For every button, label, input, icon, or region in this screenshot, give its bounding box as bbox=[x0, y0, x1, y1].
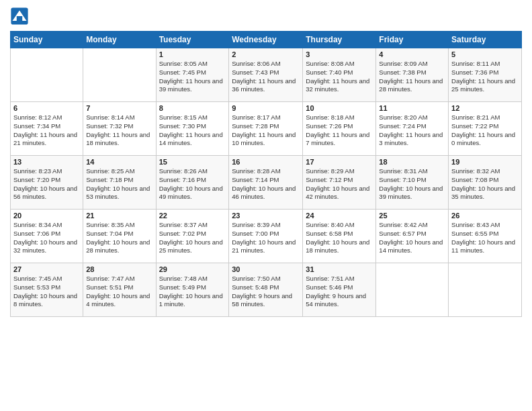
day-header-sunday: Sunday bbox=[11, 32, 83, 48]
day-info: Sunrise: 8:05 AM Sunset: 7:45 PM Dayligh… bbox=[159, 60, 226, 94]
day-cell: 4Sunrise: 8:09 AM Sunset: 7:38 PM Daylig… bbox=[376, 48, 449, 102]
calendar-table: SundayMondayTuesdayWednesdayThursdayFrid… bbox=[10, 31, 522, 317]
day-cell: 10Sunrise: 8:18 AM Sunset: 7:26 PM Dayli… bbox=[303, 102, 376, 156]
day-cell: 25Sunrise: 8:42 AM Sunset: 6:57 PM Dayli… bbox=[376, 210, 449, 263]
day-info: Sunrise: 7:50 AM Sunset: 5:48 PM Dayligh… bbox=[232, 275, 300, 309]
day-info: Sunrise: 8:39 AM Sunset: 7:00 PM Dayligh… bbox=[232, 221, 300, 255]
day-cell bbox=[376, 263, 449, 317]
day-cell: 1Sunrise: 8:05 AM Sunset: 7:45 PM Daylig… bbox=[156, 48, 229, 102]
day-number: 12 bbox=[451, 104, 519, 112]
day-header-thursday: Thursday bbox=[303, 32, 376, 48]
day-info: Sunrise: 8:23 AM Sunset: 7:20 PM Dayligh… bbox=[13, 167, 80, 201]
day-cell: 15Sunrise: 8:26 AM Sunset: 7:16 PM Dayli… bbox=[156, 156, 229, 210]
day-number: 3 bbox=[306, 50, 373, 58]
week-row-1: 1Sunrise: 8:05 AM Sunset: 7:45 PM Daylig… bbox=[11, 48, 522, 102]
day-info: Sunrise: 8:40 AM Sunset: 6:58 PM Dayligh… bbox=[306, 221, 373, 255]
day-info: Sunrise: 8:18 AM Sunset: 7:26 PM Dayligh… bbox=[306, 113, 373, 148]
day-info: Sunrise: 8:11 AM Sunset: 7:36 PM Dayligh… bbox=[451, 60, 519, 94]
calendar-header: SundayMondayTuesdayWednesdayThursdayFrid… bbox=[11, 32, 522, 48]
day-number: 28 bbox=[86, 265, 152, 273]
logo-icon bbox=[10, 7, 29, 26]
svg-rect-2 bbox=[17, 16, 22, 21]
week-row-5: 27Sunrise: 7:45 AM Sunset: 5:53 PM Dayli… bbox=[11, 263, 522, 317]
day-info: Sunrise: 8:29 AM Sunset: 7:12 PM Dayligh… bbox=[306, 167, 373, 201]
day-info: Sunrise: 8:31 AM Sunset: 7:10 PM Dayligh… bbox=[379, 167, 445, 201]
day-number: 13 bbox=[13, 158, 80, 166]
day-number: 23 bbox=[232, 212, 300, 220]
day-cell bbox=[83, 48, 156, 102]
header-row: SundayMondayTuesdayWednesdayThursdayFrid… bbox=[11, 32, 522, 48]
day-number: 16 bbox=[232, 158, 300, 166]
day-number: 25 bbox=[379, 212, 445, 220]
calendar-body: 1Sunrise: 8:05 AM Sunset: 7:45 PM Daylig… bbox=[11, 48, 522, 317]
day-cell: 9Sunrise: 8:17 AM Sunset: 7:28 PM Daylig… bbox=[229, 102, 303, 156]
day-number: 1 bbox=[159, 50, 226, 58]
day-number: 14 bbox=[86, 158, 152, 166]
day-number: 19 bbox=[451, 158, 519, 166]
day-cell: 19Sunrise: 8:32 AM Sunset: 7:08 PM Dayli… bbox=[449, 156, 522, 210]
day-info: Sunrise: 7:45 AM Sunset: 5:53 PM Dayligh… bbox=[13, 275, 80, 309]
day-header-wednesday: Wednesday bbox=[229, 32, 303, 48]
day-number: 31 bbox=[306, 265, 373, 273]
day-cell: 3Sunrise: 8:08 AM Sunset: 7:40 PM Daylig… bbox=[303, 48, 376, 102]
day-info: Sunrise: 8:43 AM Sunset: 6:55 PM Dayligh… bbox=[451, 221, 519, 255]
day-info: Sunrise: 8:06 AM Sunset: 7:43 PM Dayligh… bbox=[232, 60, 300, 94]
day-number: 6 bbox=[13, 104, 80, 112]
day-cell: 13Sunrise: 8:23 AM Sunset: 7:20 PM Dayli… bbox=[11, 156, 83, 210]
day-number: 30 bbox=[232, 265, 300, 273]
day-header-monday: Monday bbox=[83, 32, 156, 48]
day-info: Sunrise: 8:28 AM Sunset: 7:14 PM Dayligh… bbox=[232, 167, 300, 201]
day-info: Sunrise: 7:48 AM Sunset: 5:49 PM Dayligh… bbox=[159, 275, 226, 309]
day-number: 29 bbox=[159, 265, 226, 273]
day-info: Sunrise: 7:47 AM Sunset: 5:51 PM Dayligh… bbox=[86, 275, 152, 309]
day-info: Sunrise: 8:37 AM Sunset: 7:02 PM Dayligh… bbox=[159, 221, 226, 255]
day-cell: 29Sunrise: 7:48 AM Sunset: 5:49 PM Dayli… bbox=[156, 263, 229, 317]
day-info: Sunrise: 8:08 AM Sunset: 7:40 PM Dayligh… bbox=[306, 60, 373, 94]
day-number: 5 bbox=[451, 50, 519, 58]
day-cell: 20Sunrise: 8:34 AM Sunset: 7:06 PM Dayli… bbox=[11, 210, 83, 263]
week-row-3: 13Sunrise: 8:23 AM Sunset: 7:20 PM Dayli… bbox=[11, 156, 522, 210]
day-number: 10 bbox=[306, 104, 373, 112]
day-number: 7 bbox=[86, 104, 152, 112]
day-info: Sunrise: 7:51 AM Sunset: 5:46 PM Dayligh… bbox=[306, 275, 373, 309]
day-info: Sunrise: 8:09 AM Sunset: 7:38 PM Dayligh… bbox=[379, 60, 445, 94]
day-cell bbox=[11, 48, 83, 102]
day-info: Sunrise: 8:32 AM Sunset: 7:08 PM Dayligh… bbox=[451, 167, 519, 201]
day-header-saturday: Saturday bbox=[449, 32, 522, 48]
day-cell: 11Sunrise: 8:20 AM Sunset: 7:24 PM Dayli… bbox=[376, 102, 449, 156]
day-number: 24 bbox=[306, 212, 373, 220]
day-info: Sunrise: 8:17 AM Sunset: 7:28 PM Dayligh… bbox=[232, 113, 300, 148]
day-cell: 2Sunrise: 8:06 AM Sunset: 7:43 PM Daylig… bbox=[229, 48, 303, 102]
day-number: 27 bbox=[13, 265, 80, 273]
day-number: 20 bbox=[13, 212, 80, 220]
day-info: Sunrise: 8:26 AM Sunset: 7:16 PM Dayligh… bbox=[159, 167, 226, 201]
day-info: Sunrise: 8:34 AM Sunset: 7:06 PM Dayligh… bbox=[13, 221, 80, 255]
logo bbox=[10, 7, 30, 26]
day-cell: 24Sunrise: 8:40 AM Sunset: 6:58 PM Dayli… bbox=[303, 210, 376, 263]
day-cell: 31Sunrise: 7:51 AM Sunset: 5:46 PM Dayli… bbox=[303, 263, 376, 317]
day-info: Sunrise: 8:12 AM Sunset: 7:34 PM Dayligh… bbox=[13, 113, 80, 148]
day-cell: 21Sunrise: 8:35 AM Sunset: 7:04 PM Dayli… bbox=[83, 210, 156, 263]
day-info: Sunrise: 8:20 AM Sunset: 7:24 PM Dayligh… bbox=[379, 113, 445, 148]
day-cell: 8Sunrise: 8:15 AM Sunset: 7:30 PM Daylig… bbox=[156, 102, 229, 156]
day-cell: 26Sunrise: 8:43 AM Sunset: 6:55 PM Dayli… bbox=[449, 210, 522, 263]
day-cell: 27Sunrise: 7:45 AM Sunset: 5:53 PM Dayli… bbox=[11, 263, 83, 317]
day-number: 17 bbox=[306, 158, 373, 166]
day-info: Sunrise: 8:21 AM Sunset: 7:22 PM Dayligh… bbox=[451, 113, 519, 148]
day-number: 21 bbox=[86, 212, 152, 220]
day-cell: 17Sunrise: 8:29 AM Sunset: 7:12 PM Dayli… bbox=[303, 156, 376, 210]
day-number: 22 bbox=[159, 212, 226, 220]
day-info: Sunrise: 8:35 AM Sunset: 7:04 PM Dayligh… bbox=[86, 221, 152, 255]
day-number: 4 bbox=[379, 50, 445, 58]
day-cell: 22Sunrise: 8:37 AM Sunset: 7:02 PM Dayli… bbox=[156, 210, 229, 263]
header bbox=[10, 7, 522, 26]
day-info: Sunrise: 8:15 AM Sunset: 7:30 PM Dayligh… bbox=[159, 113, 226, 148]
week-row-2: 6Sunrise: 8:12 AM Sunset: 7:34 PM Daylig… bbox=[11, 102, 522, 156]
day-number: 26 bbox=[451, 212, 519, 220]
day-cell: 18Sunrise: 8:31 AM Sunset: 7:10 PM Dayli… bbox=[376, 156, 449, 210]
day-cell: 7Sunrise: 8:14 AM Sunset: 7:32 PM Daylig… bbox=[83, 102, 156, 156]
day-cell: 23Sunrise: 8:39 AM Sunset: 7:00 PM Dayli… bbox=[229, 210, 303, 263]
day-info: Sunrise: 8:25 AM Sunset: 7:18 PM Dayligh… bbox=[86, 167, 152, 201]
day-info: Sunrise: 8:14 AM Sunset: 7:32 PM Dayligh… bbox=[86, 113, 152, 148]
day-cell: 6Sunrise: 8:12 AM Sunset: 7:34 PM Daylig… bbox=[11, 102, 83, 156]
